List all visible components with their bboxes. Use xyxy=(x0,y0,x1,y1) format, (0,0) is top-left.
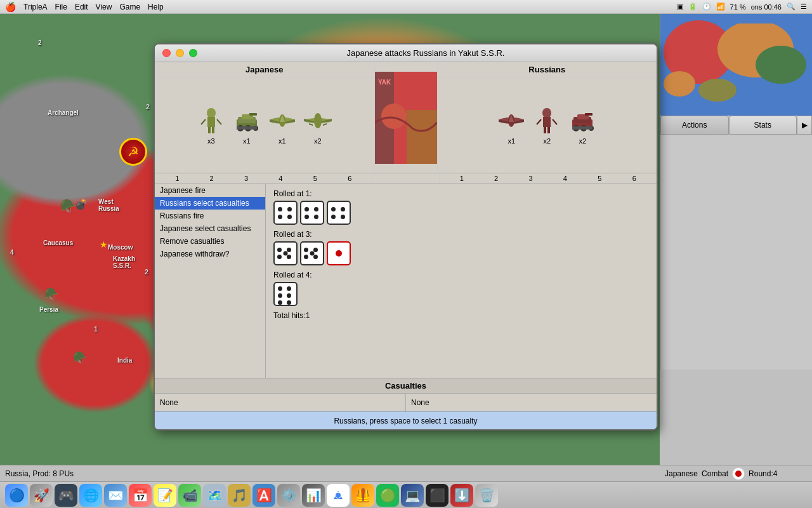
svg-point-4 xyxy=(664,71,695,97)
svg-rect-11 xyxy=(207,117,215,127)
dock-trash[interactable]: 🗑️ xyxy=(475,484,498,507)
game-menu[interactable]: Game xyxy=(119,3,140,11)
dock-finder[interactable]: 🔵 xyxy=(5,484,28,507)
russian-infantry-count: x2 xyxy=(543,137,551,145)
close-button[interactable] xyxy=(162,49,171,57)
dice-label-1: Rolled at 1: xyxy=(273,189,649,198)
fighter-count: x1 xyxy=(278,137,286,145)
dock-facetime[interactable]: 📹 xyxy=(178,484,201,507)
svg-rect-54 xyxy=(585,113,593,116)
dock-launchpad[interactable]: 🚀 xyxy=(30,484,53,507)
die-1-1 xyxy=(273,201,298,225)
dock-chrome[interactable] xyxy=(327,484,350,507)
svg-line-12 xyxy=(201,119,206,124)
russian-tank-count: x2 xyxy=(579,137,586,145)
dock-maps[interactable]: 🗺️ xyxy=(203,484,226,507)
japanese-side: Japanese xyxy=(155,62,374,173)
step-russians-casualties[interactable]: Russians select casualties xyxy=(155,197,265,210)
russians-side: Russians x1 xyxy=(438,62,657,173)
dock-notes[interactable]: 📝 xyxy=(154,484,176,507)
dock-calendar[interactable]: 📅 xyxy=(129,484,152,507)
svg-marker-33 xyxy=(309,123,313,126)
step-russians-fire[interactable]: Russians fire xyxy=(155,210,265,222)
svg-point-5 xyxy=(698,79,737,102)
japanese-fighter: x1 xyxy=(267,105,298,145)
russian-fighter: x1 xyxy=(496,105,527,145)
space-prompt[interactable]: Russians, press space to select 1 casual… xyxy=(155,411,657,429)
dock-torrent[interactable]: ⬇️ xyxy=(450,484,473,507)
svg-point-45 xyxy=(542,108,551,118)
japanese-title: Japanese xyxy=(155,62,374,77)
dock-vmware[interactable]: 💻 xyxy=(401,484,424,507)
casualties-japanese: None xyxy=(155,394,406,411)
svg-rect-58 xyxy=(572,126,593,130)
dice-area: Rolled at 1: xyxy=(266,184,657,378)
help-menu[interactable]: Help xyxy=(148,3,164,11)
step-japanese-casualties[interactable]: Japanese select casualties xyxy=(155,222,265,235)
step-withdraw[interactable]: Japanese withdraw? xyxy=(155,248,265,260)
svg-rect-50 xyxy=(547,127,550,133)
russian-fighter-count: x1 xyxy=(508,137,515,145)
dialog-content: Japanese xyxy=(155,62,657,429)
app-menu-tripleA[interactable]: TripleA xyxy=(23,3,48,11)
dock-appstore2[interactable]: 🅰️ xyxy=(252,484,275,507)
casualties-row: None None xyxy=(155,394,657,411)
wifi-icon: 📶 xyxy=(716,3,725,11)
dock-safari[interactable]: 🌐 xyxy=(79,484,102,507)
russians-units: x1 xyxy=(438,77,657,173)
dice-label-4: Rolled at 4: xyxy=(273,271,649,279)
minimize-button[interactable] xyxy=(176,49,184,57)
svg-point-10 xyxy=(207,108,216,118)
die-3-1 xyxy=(273,241,298,265)
svg-rect-37 xyxy=(407,110,437,164)
dialog-title: Japanese attacks Russians in Yakut S.S.R… xyxy=(202,48,649,58)
map-unit-3: 🪖 xyxy=(44,287,58,301)
menu-icon[interactable]: ☰ xyxy=(801,3,807,11)
apple-menu[interactable]: 🍎 xyxy=(5,2,16,12)
status-nation: Japanese xyxy=(665,469,698,478)
edit-menu[interactable]: Edit xyxy=(75,3,88,11)
search-icon[interactable]: 🔍 xyxy=(787,3,796,11)
dice-row-4 xyxy=(273,282,649,306)
die-3-3 xyxy=(327,241,351,265)
svg-line-48 xyxy=(553,119,557,124)
actions-button[interactable]: Actions xyxy=(660,116,729,135)
dock-activity[interactable]: 📊 xyxy=(302,484,325,507)
moscow-star: ★ xyxy=(100,239,108,250)
dock-itunes3[interactable]: 🎵 xyxy=(228,484,251,507)
svg-rect-19 xyxy=(249,113,257,116)
dock-mail[interactable]: ✉️ xyxy=(104,484,127,507)
zoom-button[interactable] xyxy=(189,49,197,57)
svg-rect-6 xyxy=(724,17,800,23)
svg-rect-23 xyxy=(237,126,257,130)
steps-list: Japanese fire Russians select casualties… xyxy=(155,184,266,378)
dock-spotify[interactable]: 🟢 xyxy=(376,484,399,507)
svg-line-13 xyxy=(217,119,221,124)
svg-point-3 xyxy=(756,46,806,84)
units-area: Japanese xyxy=(155,62,657,173)
dock-game[interactable]: 🎮 xyxy=(55,484,77,507)
status-phase: Combat xyxy=(702,469,728,478)
dock: 🔵 🚀 🎮 🌐 ✉️ 📅 📝 📹 🗺️ 🎵 🅰️ ⚙️ 📊 🦺 🟢 💻 ⬛ ⬇️… xyxy=(0,481,812,508)
total-hits: Total hits:1 xyxy=(273,311,649,320)
svg-point-38 xyxy=(381,104,407,129)
panel-arrow[interactable]: ▶ xyxy=(797,116,812,135)
stats-button[interactable]: Stats xyxy=(729,116,797,135)
step-japanese-fire[interactable]: Japanese fire xyxy=(155,184,265,197)
file-menu[interactable]: File xyxy=(55,3,67,11)
dice-row-3 xyxy=(273,241,649,265)
svg-line-47 xyxy=(537,119,541,124)
view-menu[interactable]: View xyxy=(96,3,112,11)
japan-flag xyxy=(732,467,745,480)
dock-prefs[interactable]: ⚙️ xyxy=(277,484,300,507)
dialog-titlebar: Japanese attacks Russians in Yakut S.S.R… xyxy=(155,44,657,62)
die-1-2 xyxy=(300,201,324,225)
svg-rect-49 xyxy=(544,127,546,133)
dock-vlc[interactable]: 🦺 xyxy=(351,484,374,507)
russians-title: Russians xyxy=(438,62,657,77)
infantry-count: x3 xyxy=(207,137,215,145)
dock-terminal[interactable]: ⬛ xyxy=(426,484,449,507)
step-remove[interactable]: Remove casualties xyxy=(155,235,265,248)
svg-point-30 xyxy=(314,113,322,128)
status-bar: Russia, Prod: 8 PUs xyxy=(0,465,660,481)
